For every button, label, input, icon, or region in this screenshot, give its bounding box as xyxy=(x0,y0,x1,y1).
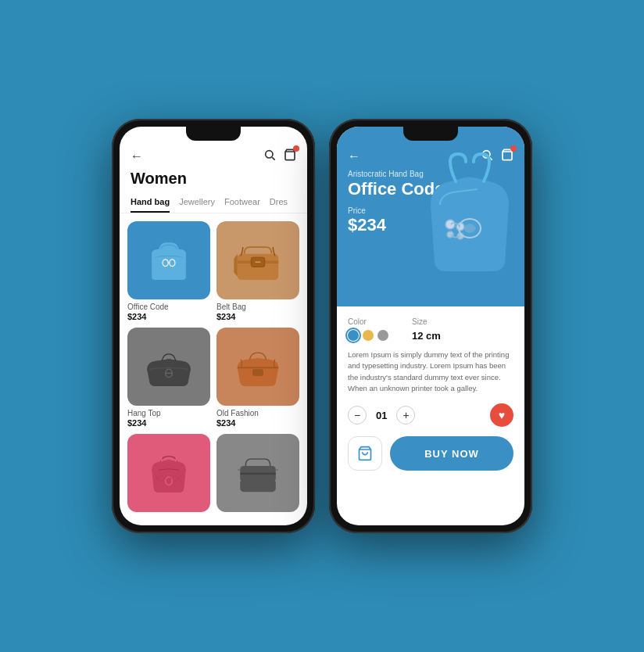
product-name-3: Hang Top xyxy=(127,409,210,417)
product-img-1 xyxy=(127,221,210,299)
product-name-2: Belt Bag xyxy=(216,303,299,311)
wishlist-button[interactable]: ♥ xyxy=(490,403,513,427)
product-img-3 xyxy=(127,328,210,406)
size-value: 12 cm xyxy=(412,330,441,342)
product-img-4 xyxy=(216,328,299,406)
color-section: Color xyxy=(348,317,388,342)
hero-bag-image xyxy=(407,142,524,291)
color-size-row: Color Size 12 cm xyxy=(348,317,513,342)
quantity-increase-button[interactable]: + xyxy=(396,406,415,425)
tab-footwear[interactable]: Footwear xyxy=(224,194,260,213)
product-img-2 xyxy=(216,221,299,299)
color-dot-yellow[interactable] xyxy=(363,330,374,341)
action-row: BUY NOW xyxy=(348,436,513,471)
color-dots xyxy=(348,330,388,341)
buy-now-button[interactable]: BUY NOW xyxy=(390,436,513,471)
back-button[interactable]: ← xyxy=(131,149,143,163)
phones-container: ← Women Hand xyxy=(96,103,548,549)
right-phone-screen: ← xyxy=(337,127,524,525)
product-name-4: Old Fashion xyxy=(216,409,299,417)
svg-line-1 xyxy=(272,157,274,159)
product-name-1: Office Code xyxy=(127,303,210,311)
color-dot-gray[interactable] xyxy=(377,330,388,341)
product-description: Lorem Ipsum is simply dummy text of the … xyxy=(348,349,513,394)
add-to-cart-button[interactable] xyxy=(348,436,382,471)
svg-rect-13 xyxy=(252,369,263,376)
quantity-value: 01 xyxy=(376,410,387,421)
cart-badge xyxy=(293,145,299,152)
tab-jewellery[interactable]: Jewellery xyxy=(179,194,215,213)
header-icons xyxy=(263,149,296,163)
products-grid: Office Code $234 xyxy=(120,221,307,515)
size-section: Size 12 cm xyxy=(412,317,441,342)
product-img-6 xyxy=(216,434,299,512)
product-price-4: $234 xyxy=(216,418,299,428)
product-card-2[interactable]: Belt Bag $234 xyxy=(216,221,299,321)
right-phone-notch xyxy=(403,127,458,141)
page-title: Women xyxy=(120,170,307,194)
product-card-1[interactable]: Office Code $234 xyxy=(127,221,210,321)
right-phone: ← xyxy=(329,119,532,533)
product-price-2: $234 xyxy=(216,312,299,321)
product-img-5 xyxy=(127,434,210,512)
detail-hero: ← xyxy=(337,127,524,306)
product-price-3: $234 xyxy=(127,418,210,428)
size-label: Size xyxy=(412,317,441,326)
left-phone-screen: ← Women Hand xyxy=(120,127,307,525)
color-label: Color xyxy=(348,317,388,326)
product-card-5[interactable] xyxy=(127,434,210,515)
search-icon[interactable] xyxy=(263,149,276,163)
svg-rect-17 xyxy=(240,465,276,491)
cart-icon[interactable] xyxy=(284,149,296,163)
detail-body: Color Size 12 cm Lorem Ipsum is simply d… xyxy=(337,306,524,482)
svg-point-24 xyxy=(445,220,455,229)
left-phone-notch xyxy=(186,127,241,141)
tab-handbag[interactable]: Hand bag xyxy=(131,194,170,213)
tabs: Hand bag Jewellery Footwear Dres xyxy=(120,194,307,213)
left-phone: ← Women Hand xyxy=(112,119,315,533)
color-dot-blue[interactable] xyxy=(348,330,359,341)
product-price-1: $234 xyxy=(127,312,210,321)
svg-rect-18 xyxy=(240,472,276,475)
right-back-button[interactable]: ← xyxy=(348,149,360,163)
product-card-4[interactable]: Old Fashion $234 xyxy=(216,328,299,428)
product-card-6[interactable] xyxy=(216,434,299,515)
product-card-3[interactable]: Hang Top $234 xyxy=(127,328,210,428)
tab-dress[interactable]: Dres xyxy=(270,194,288,213)
quantity-row: − 01 + ♥ xyxy=(348,403,513,427)
quantity-decrease-button[interactable]: − xyxy=(348,406,367,425)
svg-point-0 xyxy=(266,151,273,158)
